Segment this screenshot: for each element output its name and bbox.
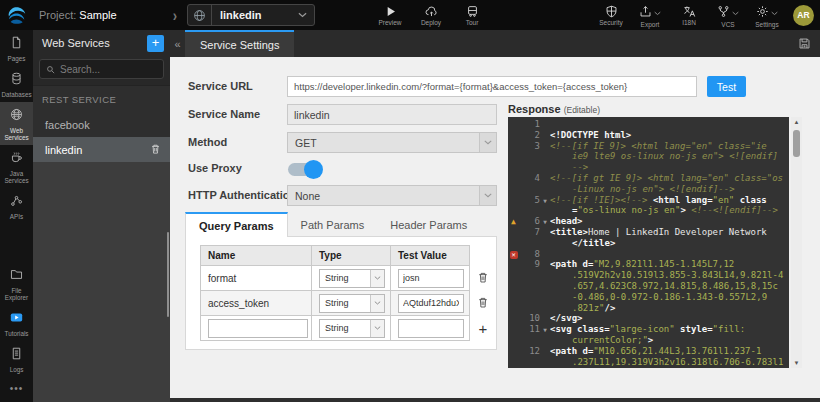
service-name-input[interactable] xyxy=(287,104,497,125)
fold-toggle-icon[interactable]: ▼ xyxy=(540,195,550,206)
toolbar-label: I18N xyxy=(682,19,696,26)
gutter-annotation xyxy=(508,357,519,368)
settings-content: Service URL Test Service Name Method GET… xyxy=(170,57,820,398)
line-number xyxy=(519,184,540,195)
file-explorer-icon xyxy=(10,267,23,285)
service-item-facebook[interactable]: facebook xyxy=(33,112,170,137)
fold-toggle-icon[interactable]: ▼ xyxy=(540,324,550,335)
toolbar-tour-button[interactable]: Tour xyxy=(459,0,485,30)
chevron-down-icon xyxy=(654,2,661,20)
param-type-select[interactable]: String xyxy=(319,269,385,288)
line-number xyxy=(519,357,540,368)
gutter-annotation xyxy=(508,205,519,216)
breadcrumb-chevron-icon: › xyxy=(173,5,177,25)
add-service-button[interactable]: + xyxy=(147,35,164,52)
param-name: format xyxy=(208,273,236,284)
toolbar-i18n-button[interactable]: I18N xyxy=(676,0,702,30)
delete-param-button[interactable] xyxy=(470,270,496,288)
sidebar-item-java-services[interactable]: Java Services xyxy=(0,145,33,188)
toolbar-export-button[interactable]: Export xyxy=(637,0,663,30)
sidebar-item-label: Databases xyxy=(1,91,31,98)
service-url-input[interactable] xyxy=(287,76,697,97)
collapse-panel-icon[interactable]: « xyxy=(170,30,185,57)
fold-toggle-icon xyxy=(540,313,550,324)
param-test-value-input[interactable] xyxy=(398,294,464,313)
response-label: Response (Editable) xyxy=(508,103,600,115)
service-item-linkedin[interactable]: linkedin xyxy=(33,137,170,162)
panel-title: Web Services xyxy=(42,37,110,49)
line-number xyxy=(519,303,540,314)
http-auth-label: HTTP Authentication xyxy=(188,189,296,201)
line-number xyxy=(519,292,540,303)
use-proxy-label: Use Proxy xyxy=(188,162,242,174)
tab-query-params[interactable]: Query Params xyxy=(185,212,288,237)
http-auth-select[interactable]: None xyxy=(287,185,497,206)
save-button[interactable] xyxy=(788,30,820,57)
gutter-annotation xyxy=(508,173,519,184)
delete-service-button[interactable] xyxy=(150,143,161,157)
code-line: ▲6▼<head> xyxy=(508,216,789,227)
sidebar-item-web-services[interactable]: Web Services xyxy=(0,102,33,145)
test-button[interactable]: Test xyxy=(707,76,746,97)
toolbar-deploy-button[interactable]: Deploy xyxy=(418,0,444,30)
sidebar-item-apis[interactable]: APIs xyxy=(0,188,33,224)
project-label: Project: xyxy=(39,9,76,21)
param-type-value: String xyxy=(320,298,370,308)
user-avatar[interactable]: AR xyxy=(793,5,814,26)
gutter-annotation xyxy=(508,303,519,314)
param-name-input[interactable] xyxy=(208,319,308,338)
delete-param-button[interactable] xyxy=(470,295,496,313)
scroll-up-icon[interactable]: ▲ xyxy=(791,117,802,127)
param-type-select[interactable]: String xyxy=(319,319,385,338)
sidebar-item-label: Pages xyxy=(8,55,26,62)
sidebar-item-pages[interactable]: Pages xyxy=(0,30,33,66)
fold-toggle-icon xyxy=(540,335,550,346)
tab-header-params[interactable]: Header Params xyxy=(377,212,480,237)
editor-scrollbar[interactable]: ▲ ▼ xyxy=(791,117,802,368)
code-line: 9<path d="M2,9.821l1.145-1.145L7,12 xyxy=(508,259,789,270)
code-line: .657,4.623C8.972,14.815,8.486,15,8,15c xyxy=(508,281,789,292)
gutter-annotation xyxy=(508,270,519,281)
param-test-value-input[interactable] xyxy=(398,269,464,288)
preview-icon xyxy=(384,4,397,18)
globe-icon xyxy=(188,5,212,25)
toolbar-security-button[interactable]: Security xyxy=(598,0,624,30)
toolbar-left: PreviewDeployTour xyxy=(377,0,485,30)
sidebar-item-logs[interactable]: Logs xyxy=(0,341,33,377)
scrollbar-thumb[interactable] xyxy=(793,130,800,157)
service-search[interactable] xyxy=(39,59,164,79)
code-line: .821z"/> xyxy=(508,303,789,314)
response-code-editor[interactable]: 12<!DOCTYPE html>3<!--[if IE 9]> <html l… xyxy=(508,117,789,368)
fold-toggle-icon xyxy=(540,184,550,195)
line-number: 11 xyxy=(519,324,540,335)
code-line: 4<!--[if gt IE 9]> <html lang="en" class… xyxy=(508,173,789,184)
top-header: Project: Sample › linkedin PreviewDeploy… xyxy=(0,0,820,30)
search-input[interactable] xyxy=(60,64,157,75)
gutter-annotation: ▲ xyxy=(508,216,519,227)
java-services-icon xyxy=(10,150,23,168)
sidebar-item-tutorials[interactable]: Tutorials xyxy=(0,305,33,341)
method-select[interactable]: GET xyxy=(287,132,497,153)
use-proxy-toggle[interactable] xyxy=(288,163,321,176)
add-param-button[interactable]: + xyxy=(470,320,496,337)
service-selector-dropdown[interactable]: linkedin xyxy=(187,4,315,26)
fold-toggle-icon xyxy=(540,205,550,216)
line-number: 1 xyxy=(519,119,540,130)
sidebar-item-databases[interactable]: Databases xyxy=(0,66,33,102)
param-test-value-input[interactable] xyxy=(398,319,464,338)
scroll-down-icon[interactable]: ▼ xyxy=(791,358,802,368)
toolbar-settings-button[interactable]: Settings xyxy=(754,0,780,30)
tab-service-settings[interactable]: Service Settings xyxy=(185,30,294,57)
gutter-annotation xyxy=(508,238,519,249)
sidebar-item-file-explorer[interactable]: File Explorer xyxy=(0,262,33,305)
gutter-annotation xyxy=(508,324,519,335)
chevron-down-icon xyxy=(771,2,778,20)
sidebar-overflow-menu[interactable]: ••• xyxy=(0,377,33,402)
line-number: 3 xyxy=(519,141,540,152)
tab-path-params[interactable]: Path Params xyxy=(288,212,378,237)
fold-toggle-icon[interactable]: ▼ xyxy=(540,216,550,227)
param-type-select[interactable]: String xyxy=(319,294,385,313)
panel-scrollbar[interactable] xyxy=(167,232,169,317)
toolbar-preview-button[interactable]: Preview xyxy=(377,0,403,30)
toolbar-vcs-button[interactable]: VCS xyxy=(715,0,741,30)
